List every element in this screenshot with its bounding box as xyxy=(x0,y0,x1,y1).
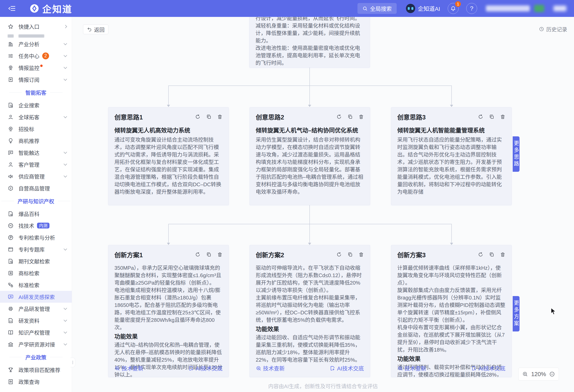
regenerate-icon[interactable] xyxy=(195,252,201,257)
regenerate-icon[interactable] xyxy=(478,114,483,120)
global-search-button[interactable]: 全局搜索 xyxy=(357,3,397,14)
idea-card-1[interactable]: 创意思路1 倾转旋翼无人机高效动力系统 通过可变攻角旋翼设计结合主动流场控制技术… xyxy=(108,107,229,205)
tech-novelty-link[interactable]: 技术查新 xyxy=(256,364,285,372)
sidebar-item-opportunity[interactable]: 商机推荐 xyxy=(0,135,72,147)
sidebar-item-quick-entry[interactable]: 快捷入口 xyxy=(0,21,72,32)
card-body: 通过可变攻角旋翼设计结合主动流场控制技术，动态调整桨叶迎风角度以匹配不同飞行模式… xyxy=(114,136,223,196)
sidebar-item-bidding[interactable]: 招投标 xyxy=(0,123,72,135)
more-ideas-button[interactable]: 更多思路 xyxy=(513,136,519,172)
copy-icon[interactable] xyxy=(489,252,494,257)
zoom-control: 120% xyxy=(518,368,559,381)
sidebar-item-clipped[interactable] xyxy=(0,32,72,38)
help-button[interactable]: ? xyxy=(466,3,477,14)
top-bar: 企知道 全局搜索 企知道AI 1 ? xyxy=(0,0,574,17)
card-title: 创新方案1 xyxy=(114,250,143,259)
sidebar-fold-icon[interactable] xyxy=(8,4,17,13)
notification-button[interactable]: 1 xyxy=(448,3,459,14)
copy-icon[interactable] xyxy=(206,114,211,120)
connector-line xyxy=(168,224,451,224)
effect-heading: 功能效果 xyxy=(114,332,223,341)
sidebar-item-intel-monitor[interactable]: 情报监控 xyxy=(0,62,72,74)
sidebar-item-ip-mgmt[interactable]: 知识产权管理 xyxy=(0,327,72,338)
zoom-in-icon[interactable] xyxy=(522,371,528,377)
sidebar-item-journal-search[interactable]: 期刊文献检索 xyxy=(0,255,72,267)
tech-novelty-link[interactable]: 技术查新 xyxy=(397,364,426,372)
delete-icon[interactable] xyxy=(358,252,364,257)
account-menu-blurred[interactable] xyxy=(554,6,566,11)
regenerate-icon[interactable] xyxy=(336,114,342,120)
more-plans-button[interactable]: 更多方案 xyxy=(513,296,519,331)
sidebar-item-policy-match[interactable]: 政策项目匹配推荐 xyxy=(0,364,72,376)
chevron-right-icon xyxy=(64,25,67,28)
root-requirement-card[interactable]: 行设计，减少能量损耗，从而延长飞行时间。 减轻机身重量：采用轻量化材料或优化结构… xyxy=(249,17,370,68)
delete-icon[interactable] xyxy=(217,252,223,257)
ai-disclosure-link[interactable]: AI技术交底 xyxy=(471,364,505,372)
card-body: 采用飞行状态自适应的能量分配策略，通过实时监测旋翼负载和飞行姿态动态调整功率输出… xyxy=(397,136,505,196)
idea-card-2[interactable]: 创意思路2 倾转旋翼无人机气动–结构协同优化系统 采用仿生翼型旋翼设计，结合非对… xyxy=(249,107,370,205)
building-icon xyxy=(8,41,14,47)
connector-line xyxy=(451,224,452,243)
sidebar-item-policy-query[interactable]: 政策查询 xyxy=(0,376,72,388)
arrow-down-icon xyxy=(167,243,170,245)
ai-disclosure-link[interactable]: AI技术交底 xyxy=(188,364,223,372)
tech-novelty-link[interactable]: 技术查新 xyxy=(114,364,143,372)
sidebar-item-standard-search[interactable]: 标准检索 xyxy=(0,279,72,291)
sidebar-item-patent-library[interactable]: 专利专题库 xyxy=(0,243,72,255)
chevron-down-icon xyxy=(64,65,67,69)
regenerate-icon[interactable] xyxy=(195,114,201,120)
person-icon xyxy=(8,162,14,167)
bell-icon xyxy=(450,6,456,11)
code-doc-icon xyxy=(8,318,14,324)
copy-icon[interactable] xyxy=(489,114,494,120)
sidebar-item-find-tech[interactable]: 找技术 内测 xyxy=(0,220,72,231)
history-button[interactable]: 历史记录 xyxy=(539,25,567,33)
back-button[interactable]: 返回 xyxy=(83,24,108,34)
sidebar-item-customer-mgmt[interactable]: 客户管理 xyxy=(0,159,72,170)
copy-icon[interactable] xyxy=(348,252,353,257)
plan-card-1[interactable]: 创新方案1 350MPa），非承力区采用空心玻璃微球填充的聚醚醚酮复合材料，实现… xyxy=(108,245,229,377)
sliders-icon xyxy=(8,53,14,59)
copy-icon[interactable] xyxy=(206,252,211,257)
delete-icon[interactable] xyxy=(358,114,364,120)
file-arrow-icon xyxy=(471,366,477,371)
sidebar-item-ai-rd-inspiration[interactable]: AI研发灵感探索 xyxy=(0,291,72,303)
star-icon xyxy=(8,23,14,30)
sidebar-item-product-rd-mgmt[interactable]: 产品研发管理 xyxy=(0,303,72,315)
regenerate-icon[interactable] xyxy=(336,252,342,257)
sidebar-item-patent-search[interactable]: 专利检索与分析 xyxy=(0,231,72,243)
plan-card-3[interactable]: 创新方案3 计算最优倾转速率曲线（采样频率1kHz），使旋翼攻角变化率与环境风切… xyxy=(391,245,512,377)
sidebar-item-rd-materials[interactable]: 研发资料 xyxy=(0,315,72,327)
sidebar-item-hot-products[interactable]: 爆品百科 xyxy=(0,208,72,220)
regenerate-icon[interactable] xyxy=(478,252,483,257)
sidebar-item-industry-analysis[interactable]: 产业分析 xyxy=(0,38,72,50)
sidebar-item-intel-subscribe[interactable]: 情报订阅 xyxy=(0,74,72,85)
zoom-out-icon[interactable] xyxy=(549,371,555,377)
chevron-down-icon xyxy=(64,342,67,345)
sidebar-item-company-search[interactable]: 企业搜索 xyxy=(0,99,72,111)
ai-disclosure-link[interactable]: AI技术交底 xyxy=(330,364,364,372)
card-title: 创新方案3 xyxy=(397,250,426,259)
sidebar-item-smart-reach[interactable]: 智能触达 xyxy=(0,147,72,159)
global-search-label: 全局搜索 xyxy=(370,5,392,12)
app-logo[interactable]: 企知道 xyxy=(30,2,72,15)
doc-star-icon xyxy=(8,379,14,385)
patent-circle-icon xyxy=(8,234,14,241)
copy-icon[interactable] xyxy=(348,114,353,120)
idea-card-3[interactable]: 创意思路3 倾转旋翼无人机智能能量管理系统 采用飞行状态自适应的能量分配策略，通… xyxy=(391,107,512,205)
sidebar-item-trademark-search[interactable]: 商标检索 xyxy=(0,267,72,279)
delete-icon[interactable] xyxy=(500,114,505,120)
account-name-blurred[interactable] xyxy=(486,5,530,11)
sidebar-collapse-handle[interactable] xyxy=(70,358,75,367)
sidebar-item-own-goods[interactable]: 自营商品管理 xyxy=(0,182,72,194)
sidebar-item-supplier-mgmt[interactable]: 供应商管理 xyxy=(0,170,72,182)
plan-card-2[interactable]: 创新方案2 驱动的可伸缩导流片。在平飞状态下自动收缩形成流线型外壳（阻力系数Cd… xyxy=(249,245,370,377)
delete-icon[interactable] xyxy=(217,114,223,120)
ai-robot-icon[interactable] xyxy=(406,4,415,13)
chevron-down-icon xyxy=(64,54,67,57)
sidebar-item-industry-academy[interactable]: 产学研资源对接 xyxy=(0,338,72,350)
ai-label[interactable]: 企知道AI xyxy=(418,4,440,12)
connector-line xyxy=(309,68,310,85)
sidebar-item-global-sales[interactable]: 全球拓客 xyxy=(0,111,72,123)
delete-icon[interactable] xyxy=(500,252,505,257)
sidebar-item-task-center[interactable]: 任务中心 2 xyxy=(0,50,72,62)
